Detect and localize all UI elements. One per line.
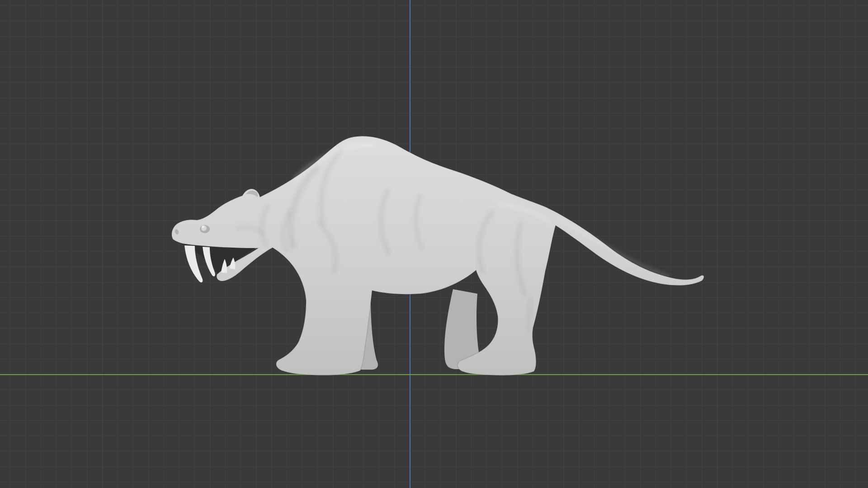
creature-model[interactable] [172, 136, 704, 375]
eye [200, 225, 210, 233]
viewport-3d[interactable] [0, 0, 868, 488]
model-layer [0, 0, 868, 488]
